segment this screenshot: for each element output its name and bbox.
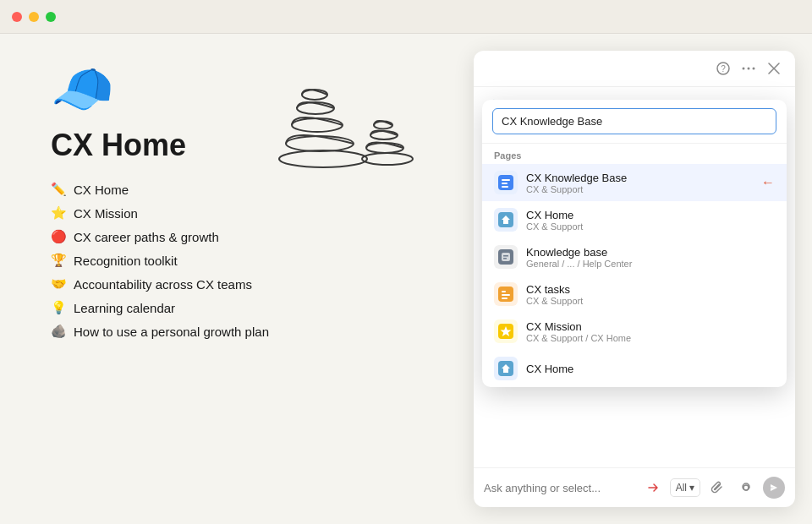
all-label: All — [676, 482, 687, 494]
learning-emoji: 💡 — [51, 300, 67, 315]
cx-kb-title: CX Knowledge Base — [526, 172, 753, 184]
cx-kb-subtitle: CX & Support — [526, 184, 753, 194]
minimize-button[interactable] — [29, 12, 39, 22]
cx-tasks-text: CX tasks CX & Support — [526, 283, 775, 306]
close-button[interactable] — [12, 12, 22, 22]
dropdown-item-cx-home-2[interactable]: CX Home — [482, 350, 787, 387]
nav-item-learning[interactable]: 💡 Learning calendar — [51, 300, 440, 315]
cx-mission-emoji: ⭐ — [51, 205, 67, 221]
all-filter-button[interactable]: All ▾ — [670, 478, 700, 497]
kb-icon — [494, 245, 518, 269]
svg-point-13 — [753, 68, 755, 70]
nav-item-recognition[interactable]: 🏆 Recognition toolkit — [51, 253, 440, 268]
cx-home-label: CX Home — [74, 183, 129, 197]
svg-rect-23 — [503, 258, 507, 259]
nav-item-cx-home[interactable]: ✏️ CX Home — [51, 182, 440, 197]
kb-text: Knowledge base General / ... / Help Cent… — [526, 246, 775, 269]
dropdown-item-cx-home[interactable]: CX Home CX & Support — [482, 201, 787, 238]
svg-point-6 — [366, 143, 403, 153]
svg-point-12 — [748, 68, 750, 70]
cx-mission-icon2 — [494, 319, 518, 343]
svg-point-2 — [292, 118, 343, 132]
recognition-emoji: 🏆 — [51, 253, 67, 268]
panel-header: ? — [474, 51, 795, 87]
svg-rect-26 — [502, 294, 510, 296]
dropdown-item-cx-tasks[interactable]: CX tasks CX & Support — [482, 276, 787, 313]
growth-plan-label: How to use a personal growth plan — [74, 325, 269, 339]
svg-point-8 — [374, 122, 392, 129]
recognition-label: Recognition toolkit — [74, 254, 178, 268]
all-chevron-icon: ▾ — [689, 482, 694, 494]
kb-subtitle: General / ... / Help Center — [526, 259, 775, 269]
cx-home-title-1: CX Home — [526, 209, 775, 221]
svg-point-7 — [370, 131, 398, 139]
svg-point-0 — [279, 150, 367, 167]
cx-home-text-2: CX Home — [526, 363, 775, 375]
main-content: 🧢 CX Home ✏️ CX Home ⭐ CX Mission 🔴 CX c… — [0, 34, 812, 524]
dropdown-pages-label: Pages — [482, 144, 787, 164]
cx-home-text: CX Home CX & Support — [526, 209, 775, 232]
cx-mission-subtitle: CX & Support / CX Home — [526, 333, 775, 343]
send-button[interactable] — [763, 477, 785, 499]
chat-input[interactable] — [484, 482, 634, 494]
arrow-right-icon — [641, 478, 665, 497]
cx-tasks-title: CX tasks — [526, 283, 775, 296]
svg-point-11 — [743, 68, 745, 70]
panel-footer: All ▾ — [474, 467, 795, 507]
svg-rect-25 — [502, 291, 506, 292]
cx-home-title-2: CX Home — [526, 363, 775, 375]
cx-home-emoji: ✏️ — [51, 182, 67, 197]
svg-point-3 — [297, 102, 334, 114]
svg-point-1 — [286, 136, 354, 151]
nav-item-career[interactable]: 🔴 CX career paths & growth — [51, 229, 440, 244]
cx-home-subtitle-1: CX & Support — [526, 221, 775, 232]
dropdown-search-input[interactable] — [492, 108, 776, 134]
svg-rect-27 — [502, 297, 508, 299]
at-icon[interactable] — [734, 478, 758, 497]
dropdown-arrow-icon: ← — [761, 175, 775, 190]
svg-rect-17 — [502, 186, 508, 188]
maximize-button[interactable] — [46, 12, 56, 22]
right-panel: ? 🏖️ Hi Stephanie! H — [474, 51, 795, 507]
growth-plan-emoji: 🪨 — [51, 324, 67, 339]
cx-home-icon-2 — [494, 357, 518, 380]
career-emoji: 🔴 — [51, 229, 67, 244]
accountability-emoji: 🤝 — [51, 276, 67, 292]
cx-home-icon — [494, 208, 518, 232]
dropdown-item-cx-knowledge-base[interactable]: CX Knowledge Base CX & Support ← — [482, 164, 787, 201]
career-label: CX career paths & growth — [74, 230, 219, 244]
titlebar — [0, 0, 812, 34]
svg-rect-21 — [502, 253, 510, 261]
accountability-label: Accountability across CX teams — [74, 277, 252, 292]
attach-icon[interactable] — [705, 478, 729, 497]
nav-item-growth-plan[interactable]: 🪨 How to use a personal growth plan — [51, 324, 440, 339]
dropdown-item-cx-mission[interactable]: CX Mission CX & Support / CX Home — [482, 313, 787, 350]
svg-rect-15 — [502, 179, 510, 181]
kb-title: Knowledge base — [526, 246, 775, 259]
nav-list: ✏️ CX Home ⭐ CX Mission 🔴 CX career path… — [51, 182, 440, 339]
cx-mission-text: CX Mission CX & Support / CX Home — [526, 320, 775, 343]
close-panel-icon[interactable] — [765, 59, 783, 78]
help-icon[interactable]: ? — [714, 59, 732, 78]
cx-tasks-icon — [494, 282, 518, 306]
stones-decoration — [262, 59, 423, 172]
learning-label: Learning calendar — [74, 301, 175, 315]
search-dropdown: Pages CX Knowledge Base CX & Support ← — [482, 100, 787, 387]
nav-item-cx-mission[interactable]: ⭐ CX Mission — [51, 205, 440, 221]
cx-tasks-subtitle: CX & Support — [526, 296, 775, 306]
more-icon[interactable] — [739, 59, 758, 78]
svg-text:?: ? — [721, 64, 726, 74]
dropdown-search-area — [482, 100, 787, 144]
svg-rect-16 — [502, 183, 508, 184]
cx-mission-label: CX Mission — [74, 206, 138, 221]
cx-kb-text: CX Knowledge Base CX & Support — [526, 172, 753, 194]
svg-rect-22 — [503, 255, 508, 257]
cx-mission-title: CX Mission — [526, 320, 775, 333]
svg-point-5 — [362, 153, 413, 165]
dropdown-item-knowledge-base[interactable]: Knowledge base General / ... / Help Cent… — [482, 238, 787, 276]
nav-item-accountability[interactable]: 🤝 Accountability across CX teams — [51, 276, 440, 292]
left-panel: 🧢 CX Home ✏️ CX Home ⭐ CX Mission 🔴 CX c… — [0, 34, 474, 524]
footer-controls: All ▾ — [641, 477, 785, 499]
cx-kb-icon — [494, 171, 518, 194]
